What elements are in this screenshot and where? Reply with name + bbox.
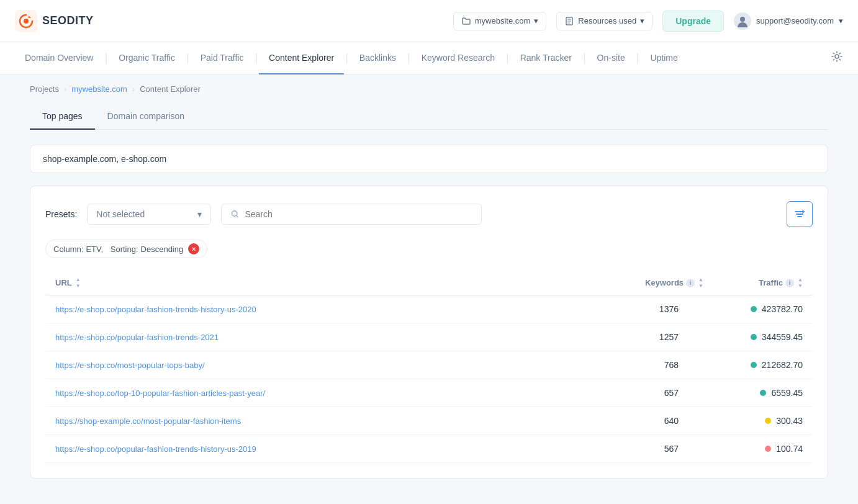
table-row: https://e-shop.co/popular-fashion-trends… bbox=[45, 323, 813, 351]
breadcrumb-website[interactable]: mywebsite.com bbox=[71, 84, 127, 94]
traffic-value: 212682.70 bbox=[762, 360, 803, 370]
traffic-dot bbox=[751, 334, 757, 340]
tab-top-pages[interactable]: Top pages bbox=[30, 104, 95, 130]
website-selector[interactable]: mywebsite.com ▾ bbox=[453, 12, 547, 30]
traffic-cell: 300.43 bbox=[703, 416, 803, 426]
logo-area: SEODITY bbox=[15, 10, 94, 32]
traffic-value: 300.43 bbox=[776, 416, 803, 426]
column-value: ETV, bbox=[86, 245, 103, 254]
th-keywords[interactable]: Keywords i ▲ ▼ bbox=[604, 277, 703, 289]
url-cell[interactable]: https://e-shop.co/popular-fashion-trends… bbox=[55, 444, 604, 454]
nav-sep-1: | bbox=[103, 52, 109, 65]
sort-icon bbox=[794, 209, 805, 220]
filters-row: Presets: Not selected ▾ bbox=[45, 201, 813, 227]
logo-icon bbox=[15, 10, 37, 32]
table-header: URL ▲ ▼ Keywords i ▲ ▼ Traffic i ▲ bbox=[45, 271, 813, 295]
nav-item-domain-overview[interactable]: Domain Overview bbox=[15, 42, 103, 74]
upgrade-button[interactable]: Upgrade bbox=[662, 11, 724, 32]
th-url[interactable]: URL ▲ ▼ bbox=[55, 277, 604, 289]
main-card: Presets: Not selected ▾ bbox=[30, 186, 828, 479]
keywords-cell: 768 bbox=[604, 360, 703, 370]
breadcrumb-projects[interactable]: Projects bbox=[30, 84, 59, 94]
user-chevron: ▾ bbox=[839, 16, 843, 25]
resources-btn[interactable]: Resources used ▾ bbox=[556, 12, 653, 30]
sort-button[interactable] bbox=[787, 201, 813, 227]
logo-text: SEODITY bbox=[42, 14, 94, 27]
content-tabs: Top pages Domain comparison bbox=[30, 104, 828, 130]
filter-tags-row: Column: ETV, Sorting: Descending ✕ bbox=[45, 240, 813, 258]
sorting-label: Sorting: bbox=[111, 245, 138, 254]
domain-input-area[interactable]: shop-example.com, e-shop.com bbox=[30, 145, 828, 173]
nav-sep-5: | bbox=[406, 52, 412, 65]
keywords-cell: 567 bbox=[604, 444, 703, 454]
user-email: support@seodity.com bbox=[756, 16, 834, 25]
tab-domain-comparison[interactable]: Domain comparison bbox=[95, 104, 197, 130]
filter-tag-column: Column: ETV, Sorting: Descending ✕ bbox=[45, 240, 207, 258]
preset-value: Not selected bbox=[96, 209, 145, 219]
avatar-icon bbox=[734, 12, 751, 30]
nav-sep-7: | bbox=[582, 52, 587, 65]
nav-item-organic-traffic[interactable]: Organic Traffic bbox=[109, 42, 185, 74]
svg-point-4 bbox=[740, 17, 745, 22]
url-cell[interactable]: https://e-shop.co/popular-fashion-trends… bbox=[55, 305, 604, 314]
breadcrumb: Projects › mywebsite.com › Content Explo… bbox=[0, 74, 858, 104]
traffic-sort-arrows: ▲ ▼ bbox=[798, 277, 803, 289]
nav-item-rank-tracker[interactable]: Rank Tracker bbox=[510, 42, 582, 74]
traffic-dot bbox=[765, 446, 771, 452]
presets-dropdown[interactable]: Not selected ▾ bbox=[87, 204, 211, 225]
traffic-cell: 212682.70 bbox=[703, 360, 803, 370]
remove-filter-button[interactable]: ✕ bbox=[188, 243, 199, 254]
main-nav: Domain Overview | Organic Traffic | Paid… bbox=[0, 42, 858, 74]
traffic-cell: 423782.70 bbox=[703, 304, 803, 314]
svg-point-5 bbox=[835, 55, 839, 58]
traffic-info-icon: i bbox=[785, 279, 794, 287]
url-cell[interactable]: https://e-shop.co/most-popular-tops-baby… bbox=[55, 361, 604, 370]
table-row: https://shop-example.co/most-popular-fas… bbox=[45, 407, 813, 435]
nav-sep-3: | bbox=[253, 52, 259, 65]
traffic-cell: 100.74 bbox=[703, 444, 803, 454]
traffic-value: 344559.45 bbox=[762, 332, 803, 342]
nav-item-keyword-research[interactable]: Keyword Research bbox=[412, 42, 505, 74]
nav-sep-8: | bbox=[635, 52, 641, 65]
header-right: mywebsite.com ▾ Resources used ▾ Upgrade… bbox=[453, 11, 843, 32]
table-row: https://e-shop.co/popular-fashion-trends… bbox=[45, 295, 813, 323]
traffic-dot bbox=[765, 418, 771, 424]
nav-sep-2: | bbox=[185, 52, 191, 65]
nav-item-uptime[interactable]: Uptime bbox=[640, 42, 687, 74]
th-traffic[interactable]: Traffic i ▲ ▼ bbox=[703, 277, 803, 289]
breadcrumb-page: Content Explorer bbox=[140, 84, 201, 94]
url-cell[interactable]: https://shop-example.co/most-popular-fas… bbox=[55, 416, 604, 426]
nav-item-paid-traffic[interactable]: Paid Traffic bbox=[191, 42, 254, 74]
settings-icon[interactable] bbox=[831, 50, 843, 66]
svg-point-1 bbox=[24, 19, 29, 24]
nav-item-backlinks[interactable]: Backlinks bbox=[350, 42, 406, 74]
keywords-cell: 1257 bbox=[604, 332, 703, 342]
nav-item-content-explorer[interactable]: Content Explorer bbox=[259, 42, 344, 74]
search-box[interactable] bbox=[221, 204, 482, 225]
search-input[interactable] bbox=[245, 209, 472, 219]
resources-icon bbox=[564, 16, 574, 26]
breadcrumb-sep-1: › bbox=[64, 84, 66, 94]
traffic-value: 6559.45 bbox=[771, 388, 803, 398]
traffic-cell: 344559.45 bbox=[703, 332, 803, 342]
table-row: https://e-shop.co/top-10-popular-fashion… bbox=[45, 379, 813, 407]
table-row: https://e-shop.co/popular-fashion-trends… bbox=[45, 435, 813, 463]
traffic-value: 100.74 bbox=[776, 444, 803, 454]
website-chevron: ▾ bbox=[534, 16, 538, 25]
table-row: https://e-shop.co/most-popular-tops-baby… bbox=[45, 351, 813, 379]
resources-label: Resources used bbox=[578, 16, 636, 25]
traffic-value: 423782.70 bbox=[762, 304, 803, 314]
nav-sep-4: | bbox=[344, 52, 350, 65]
nav-item-on-site[interactable]: On-site bbox=[587, 42, 635, 74]
user-menu[interactable]: support@seodity.com ▾ bbox=[734, 12, 843, 30]
search-icon bbox=[230, 209, 240, 219]
header: SEODITY mywebsite.com ▾ Resources used ▾… bbox=[0, 0, 858, 42]
breadcrumb-sep-2: › bbox=[132, 84, 135, 94]
keywords-sort-arrows: ▲ ▼ bbox=[698, 277, 703, 289]
preset-chevron: ▾ bbox=[197, 209, 202, 219]
sorting-value: Descending bbox=[141, 245, 184, 254]
column-label: Column: bbox=[53, 245, 83, 254]
website-label: mywebsite.com bbox=[475, 16, 531, 25]
url-cell[interactable]: https://e-shop.co/top-10-popular-fashion… bbox=[55, 389, 604, 398]
url-cell[interactable]: https://e-shop.co/popular-fashion-trends… bbox=[55, 333, 604, 342]
